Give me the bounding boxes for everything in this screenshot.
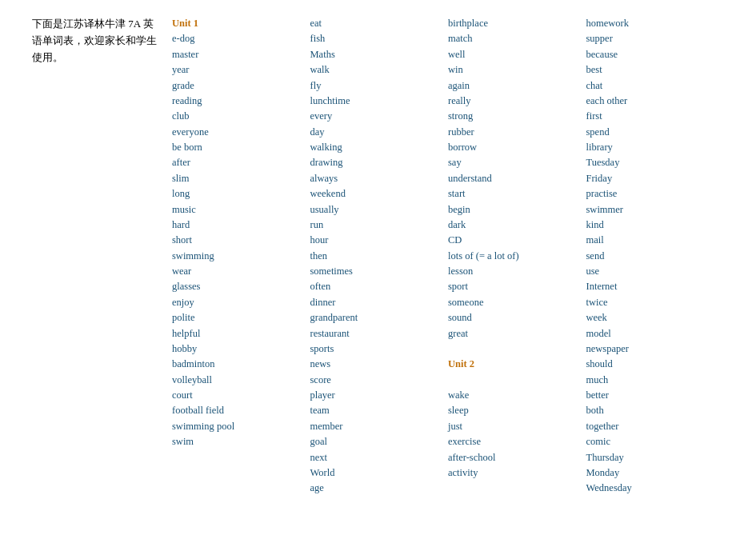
word-item: kind [586,218,717,233]
word-item: everyone [172,125,302,140]
word-item: understand [448,171,578,186]
word-item: goal [310,434,441,449]
word-item: day [310,125,441,140]
word-item: swim [172,434,302,449]
column-col1: Unit 1e-dogmasteryeargradereadingclubeve… [172,16,310,497]
word-item: activity [448,465,578,481]
column-col2: eatfishMathswalkflylunchtimeeverydaywalk… [310,16,449,497]
word-item: Wednesday [586,481,717,496]
word-item: match [448,31,578,46]
word-item: after-school [448,450,578,465]
word-item: be born [172,140,302,155]
word-item: strong [448,109,578,124]
word-item: usually [310,202,441,218]
word-item: wear [172,264,302,279]
word-item: best [586,62,717,78]
word-item: library [586,140,717,155]
word-item: weekend [310,186,441,202]
word-item: wake [448,388,578,403]
word-item: send [586,249,717,264]
word-item: swimming pool [172,419,302,434]
word-item: again [448,78,578,94]
word-item: badminton [172,357,302,372]
word-item: chat [586,78,717,94]
word-item: fish [310,31,441,46]
word-item: start [448,186,578,202]
word-item: each other [586,94,717,109]
word-item [448,373,578,388]
word-item: better [586,388,717,403]
intro-block: 下面是江苏译林牛津 7A 英语单词表，欢迎家长和学生使用。 [32,16,164,497]
word-item: swimming [172,249,302,264]
columns-wrapper: Unit 1e-dogmasteryeargradereadingclubeve… [172,16,724,497]
word-item: together [586,419,717,434]
word-item: Unit 2 [448,357,578,372]
column-col4: homeworksupperbecausebestchateach otherf… [586,16,725,497]
word-item: birthplace [448,16,578,31]
word-item: Friday [586,171,717,186]
word-item: grade [172,78,302,94]
word-item: age [310,481,441,496]
word-item: grandparent [310,310,441,325]
word-item: lesson [448,264,578,279]
word-item [448,341,578,357]
word-item: year [172,62,302,78]
word-item: homework [586,16,717,31]
word-item: club [172,109,302,124]
word-item: lots of (= a lot of) [448,249,578,264]
word-item: supper [586,31,717,46]
word-item: sports [310,341,441,357]
word-item: Maths [310,47,441,62]
word-item: enjoy [172,295,302,310]
word-item: Internet [586,279,717,294]
word-item: often [310,279,441,294]
word-item: Monday [586,465,717,481]
word-item: walk [310,62,441,78]
word-item: sound [448,310,578,325]
word-item: really [448,94,578,109]
word-item: drawing [310,155,441,170]
word-item: win [448,62,578,78]
column-col3: birthplacematchwellwinagainreallystrongr… [448,16,586,497]
word-item: player [310,388,441,403]
word-item: rubber [448,125,578,140]
word-item: much [586,373,717,388]
word-item: eat [310,16,441,31]
word-item: CD [448,233,578,248]
word-item: master [172,47,302,62]
word-item: hour [310,233,441,248]
word-item: helpful [172,326,302,341]
word-item: just [448,419,578,434]
word-item: comic [586,434,717,449]
word-item: short [172,233,302,248]
word-item: long [172,186,302,202]
word-item: slim [172,171,302,186]
word-item: great [448,326,578,341]
word-item: run [310,218,441,233]
word-item: borrow [448,140,578,155]
word-item: dinner [310,295,441,310]
word-item: Unit 1 [172,16,302,31]
word-item: hobby [172,341,302,357]
word-item: Thursday [586,450,717,465]
word-item: walking [310,140,441,155]
word-item: well [448,47,578,62]
word-item: restaurant [310,326,441,341]
word-item: use [586,264,717,279]
word-item: spend [586,125,717,140]
word-item: court [172,388,302,403]
word-item: every [310,109,441,124]
word-item: practise [586,186,717,202]
word-item: twice [586,295,717,310]
word-item: someone [448,295,578,310]
word-item: next [310,450,441,465]
word-item: member [310,419,441,434]
word-item: team [310,403,441,418]
word-item: because [586,47,717,62]
word-item: both [586,403,717,418]
word-item: music [172,202,302,218]
word-item: after [172,155,302,170]
word-item: e-dog [172,31,302,46]
word-item: exercise [448,434,578,449]
word-item: score [310,373,441,388]
